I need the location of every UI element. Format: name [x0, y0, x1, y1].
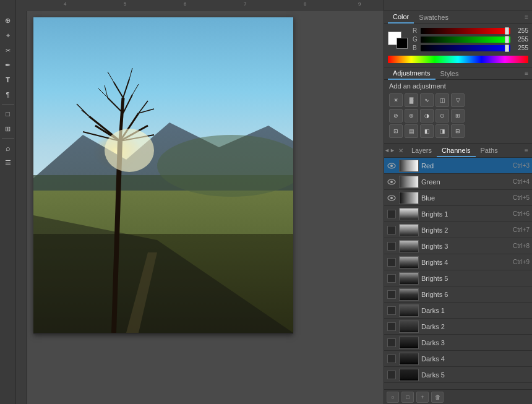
g-label: G [413, 36, 419, 43]
curves-icon[interactable]: ∿ [420, 93, 434, 107]
tab-styles[interactable]: Styles [435, 68, 464, 79]
visibility-toggle[interactable] [387, 338, 397, 348]
paragraph-tool[interactable]: ¶ [1, 88, 15, 101]
r-label: R [413, 27, 419, 34]
visibility-toggle[interactable] [387, 241, 397, 251]
new-channel-btn[interactable]: + [416, 392, 429, 403]
ruler-tick-4: 4 [64, 1, 66, 7]
visibility-toggle[interactable] [387, 306, 397, 316]
gradient-map-icon[interactable]: ◨ [435, 124, 449, 138]
red-slider-row: R 255 [413, 27, 528, 34]
tab-color[interactable]: Color [388, 11, 414, 24]
channel-name: Brights 5 [421, 275, 530, 282]
channel-row[interactable]: Brights 1Ctrl+6 [384, 206, 532, 222]
tab-adjustments[interactable]: Adjustments [388, 67, 435, 80]
tab-channels[interactable]: Channels [437, 145, 475, 157]
visibility-toggle[interactable] [387, 273, 397, 283]
channel-row[interactable]: Brights 6 [384, 286, 532, 303]
visibility-toggle[interactable] [387, 257, 397, 267]
channel-shortcut: Ctrl+3 [513, 162, 530, 169]
load-selection-btn[interactable]: ○ [387, 392, 399, 403]
g-slider-thumb[interactable] [505, 36, 509, 43]
visibility-toggle[interactable] [387, 161, 397, 171]
channel-shortcut: Ctrl+7 [513, 226, 530, 233]
channels-panel-menu[interactable]: ≡ [521, 144, 532, 157]
channel-row[interactable]: Darks 5 [384, 367, 532, 383]
horizontal-ruler: 4 5 6 7 8 9 [16, 0, 384, 11]
posterize-icon[interactable]: ▤ [405, 124, 418, 138]
3d-tool[interactable]: ⊞ [1, 122, 15, 135]
exposure-icon[interactable]: ◫ [435, 93, 449, 107]
channels-panel-expand[interactable]: ◄► [384, 144, 395, 157]
b-slider-thumb[interactable] [505, 45, 509, 52]
visibility-toggle[interactable] [387, 177, 397, 187]
crop-tool[interactable]: ✂ [1, 43, 15, 57]
move-tool[interactable]: ⊕ [1, 14, 15, 27]
tab-layers[interactable]: Layers [406, 145, 437, 156]
adjustments-panel-menu[interactable]: ≡ [525, 70, 528, 77]
background-swatch[interactable] [397, 38, 408, 49]
channel-name: Red [421, 162, 510, 170]
visibility-toggle[interactable] [387, 322, 397, 332]
channel-mixer-icon[interactable]: ⊞ [451, 109, 465, 122]
vibrance-icon[interactable]: ▽ [451, 93, 465, 107]
color-balance-icon[interactable]: ⊕ [405, 109, 418, 122]
channel-thumbnail [399, 320, 419, 333]
ruler-tick-7: 7 [244, 1, 246, 7]
visibility-toggle[interactable] [387, 290, 397, 299]
channel-row[interactable]: Brights 2Ctrl+7 [384, 222, 532, 238]
channels-panel-footer: ○ □ + 🗑 [384, 389, 532, 404]
shape-tool[interactable]: □ [1, 107, 15, 121]
b-slider[interactable] [421, 45, 510, 51]
color-sliders: R 255 G 255 [413, 27, 528, 53]
channel-row[interactable]: Darks 2 [384, 319, 532, 335]
ruler-corner [0, 0, 16, 11]
channel-row[interactable]: RedCtrl+3 [384, 158, 532, 174]
threshold-icon[interactable]: ◧ [420, 124, 434, 138]
levels-icon[interactable]: ▓ [405, 93, 418, 107]
channel-thumbnail [399, 353, 419, 365]
channel-row[interactable]: GreenCtrl+4 [384, 174, 532, 190]
divider2 [2, 138, 14, 139]
visibility-toggle[interactable] [387, 209, 397, 219]
r-slider[interactable] [421, 28, 510, 34]
g-slider[interactable] [421, 37, 510, 43]
color-controls: R 255 G 255 [384, 24, 532, 54]
visibility-toggle[interactable] [387, 354, 397, 364]
channel-row[interactable]: Darks 3 [384, 335, 532, 351]
svg-point-36 [390, 197, 393, 199]
hue-saturation-icon[interactable]: ⊘ [389, 109, 403, 122]
tab-swatches[interactable]: Swatches [414, 12, 453, 23]
ruler-tick-8: 8 [304, 1, 306, 7]
pen-tool[interactable]: ✒ [1, 58, 15, 72]
visibility-toggle[interactable] [387, 370, 397, 380]
channel-row[interactable]: Darks 4 [384, 351, 532, 367]
visibility-toggle[interactable] [387, 225, 397, 235]
type-tool[interactable]: T [1, 73, 15, 87]
channel-row[interactable]: BlueCtrl+5 [384, 190, 532, 206]
color-panel-menu[interactable]: ≡ [525, 14, 528, 20]
zoom-tool[interactable]: ⌕ [1, 141, 15, 155]
vertical-ruler [16, 11, 27, 404]
tab-paths[interactable]: Paths [476, 145, 503, 156]
r-slider-thumb[interactable] [505, 27, 509, 35]
selective-color-icon[interactable]: ⊟ [451, 124, 465, 138]
lasso-tool[interactable]: ⌖ [1, 28, 15, 42]
channels-panel-close[interactable]: ✕ [395, 144, 406, 157]
photo-filter-icon[interactable]: ⊙ [435, 109, 449, 122]
visibility-toggle[interactable] [387, 193, 397, 203]
channel-row[interactable]: Darks 1 [384, 303, 532, 319]
black-white-icon[interactable]: ◑ [420, 109, 434, 122]
channel-row[interactable]: Brights 3Ctrl+8 [384, 238, 532, 254]
hand-tool[interactable]: ☰ [1, 156, 15, 170]
channel-row[interactable]: Brights 5 [384, 270, 532, 286]
channel-thumbnail [399, 176, 419, 188]
channel-name: Darks 1 [421, 307, 530, 314]
brightness-contrast-icon[interactable]: ☀ [389, 93, 403, 107]
color-spectrum-bar[interactable] [388, 56, 528, 63]
channel-row[interactable]: Brights 4Ctrl+9 [384, 254, 532, 270]
channel-name: Darks 2 [421, 323, 530, 330]
delete-channel-btn[interactable]: 🗑 [431, 392, 444, 403]
invert-icon[interactable]: ⊡ [389, 124, 403, 138]
save-selection-btn[interactable]: □ [401, 392, 414, 403]
